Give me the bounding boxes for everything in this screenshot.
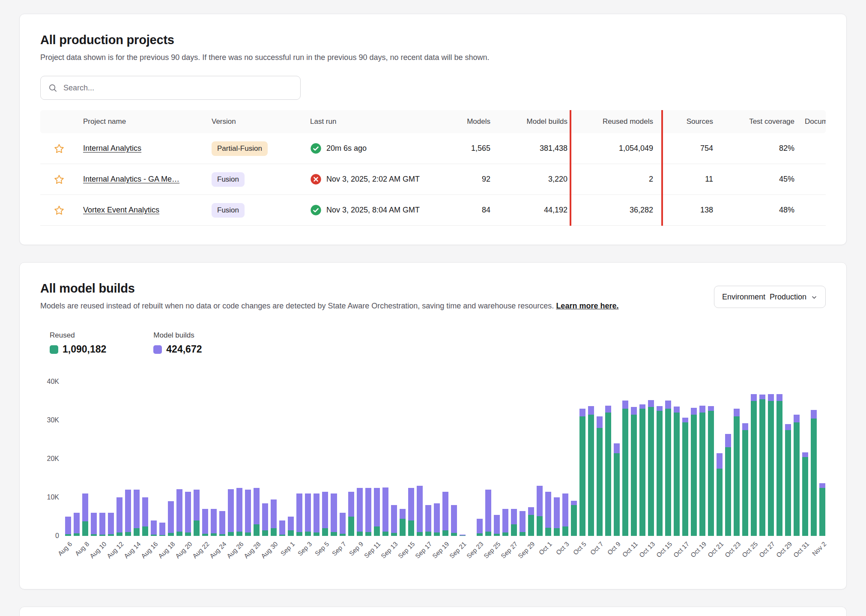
favorite-star-icon[interactable]: [54, 174, 65, 185]
bar-sep-1[interactable]: [288, 517, 294, 536]
bar-oct-6[interactable]: [588, 406, 594, 536]
bar-sep-29[interactable]: [528, 507, 534, 536]
bar-sep-28[interactable]: [520, 511, 526, 536]
bar-sep-6[interactable]: [331, 493, 337, 536]
bar-oct-25[interactable]: [751, 394, 757, 536]
bar-sep-20[interactable]: [451, 505, 457, 536]
bar-aug-22[interactable]: [202, 509, 208, 536]
bar-sep-27[interactable]: [511, 509, 517, 536]
bar-oct-11[interactable]: [631, 407, 637, 536]
bar-sep-14[interactable]: [400, 509, 406, 536]
bar-aug-31[interactable]: [279, 520, 285, 536]
last-run-cell: Nov 3, 2025, 8:04 AM GMT: [305, 204, 442, 216]
bar-sep-11[interactable]: [374, 488, 380, 536]
bar-nov-1[interactable]: [811, 410, 817, 536]
bar-aug-24[interactable]: [219, 511, 225, 536]
bar-sep-24[interactable]: [485, 490, 491, 536]
bar-sep-25[interactable]: [494, 515, 500, 536]
bar-sep-7[interactable]: [340, 513, 346, 536]
bar-sep-15[interactable]: [408, 488, 414, 536]
bar-nov-2[interactable]: [819, 483, 825, 536]
bar-aug-16[interactable]: [151, 520, 157, 536]
bar-sep-23[interactable]: [477, 519, 483, 536]
favorite-star-icon[interactable]: [54, 143, 65, 154]
environment-dropdown[interactable]: Environment Production: [714, 286, 826, 308]
bar-aug-9[interactable]: [91, 513, 97, 536]
bar-sep-4[interactable]: [314, 493, 320, 536]
bar-oct-4[interactable]: [571, 501, 577, 536]
bar-oct-24[interactable]: [742, 423, 748, 536]
bar-oct-16[interactable]: [674, 407, 680, 536]
bar-oct-12[interactable]: [639, 404, 645, 536]
bar-aug-13[interactable]: [125, 490, 131, 536]
bar-aug-11[interactable]: [108, 513, 114, 536]
bar-oct-8[interactable]: [605, 406, 611, 536]
bar-oct-21[interactable]: [717, 453, 723, 536]
bar-oct-9[interactable]: [614, 443, 620, 536]
bar-sep-12[interactable]: [382, 487, 388, 536]
bar-aug-6[interactable]: [65, 517, 71, 536]
bar-sep-19[interactable]: [442, 492, 448, 536]
bar-oct-20[interactable]: [708, 406, 714, 536]
bar-sep-17[interactable]: [425, 505, 431, 536]
bar-oct-5[interactable]: [579, 409, 585, 536]
bar-oct-17[interactable]: [682, 418, 688, 536]
project-name-link[interactable]: Vortex Event Analytics: [83, 206, 159, 214]
bar-oct-27[interactable]: [768, 394, 774, 536]
bar-oct-28[interactable]: [776, 394, 782, 536]
bar-oct-14[interactable]: [657, 406, 663, 536]
bar-aug-26[interactable]: [236, 488, 242, 536]
project-name-link[interactable]: Internal Analytics: [83, 144, 141, 153]
bar-aug-19[interactable]: [176, 489, 182, 536]
bar-sep-18[interactable]: [434, 503, 440, 536]
bar-sep-2[interactable]: [296, 493, 302, 536]
bar-sep-9[interactable]: [357, 488, 363, 536]
project-name-link[interactable]: Internal Analytics - GA Me…: [83, 175, 179, 183]
bar-sep-5[interactable]: [322, 492, 328, 536]
chart-bars: [65, 382, 826, 536]
bar-aug-27[interactable]: [245, 490, 251, 536]
bar-sep-13[interactable]: [391, 505, 397, 536]
bar-aug-23[interactable]: [211, 509, 217, 536]
favorite-star-icon[interactable]: [54, 205, 65, 216]
bar-oct-7[interactable]: [597, 416, 603, 536]
bar-sep-30[interactable]: [537, 486, 543, 536]
bar-aug-15[interactable]: [142, 497, 148, 536]
bar-oct-3[interactable]: [562, 493, 568, 536]
bar-oct-19[interactable]: [699, 406, 705, 536]
learn-more-link[interactable]: Learn more here.: [556, 302, 618, 310]
bar-aug-28[interactable]: [254, 488, 260, 536]
search-box[interactable]: [40, 76, 301, 100]
bar-aug-25[interactable]: [228, 489, 234, 536]
bar-aug-20[interactable]: [185, 492, 191, 536]
bar-oct-2[interactable]: [554, 497, 560, 536]
bar-oct-10[interactable]: [622, 401, 628, 536]
bar-oct-26[interactable]: [759, 395, 765, 536]
bar-aug-12[interactable]: [116, 497, 122, 536]
bar-oct-29[interactable]: [785, 424, 791, 536]
bar-oct-15[interactable]: [665, 401, 671, 536]
bar-sep-10[interactable]: [365, 488, 371, 536]
bar-aug-18[interactable]: [168, 501, 174, 536]
bar-oct-13[interactable]: [648, 400, 654, 536]
bar-aug-17[interactable]: [159, 523, 165, 536]
bar-oct-23[interactable]: [734, 409, 740, 536]
bar-oct-18[interactable]: [691, 408, 697, 536]
bar-aug-21[interactable]: [194, 490, 200, 536]
bar-aug-29[interactable]: [262, 503, 268, 536]
bar-oct-31[interactable]: [802, 452, 808, 536]
bar-aug-14[interactable]: [134, 490, 140, 536]
legend-item-model-builds: Model builds 424,672: [153, 331, 202, 355]
bar-oct-1[interactable]: [545, 492, 551, 536]
bar-aug-8[interactable]: [82, 493, 88, 536]
bar-oct-30[interactable]: [794, 415, 800, 536]
bar-sep-8[interactable]: [348, 492, 354, 536]
bar-aug-30[interactable]: [271, 499, 277, 536]
bar-sep-3[interactable]: [305, 493, 311, 536]
search-input[interactable]: [63, 83, 293, 93]
bar-aug-7[interactable]: [74, 513, 80, 536]
bar-sep-16[interactable]: [417, 486, 423, 536]
bar-aug-10[interactable]: [99, 513, 105, 536]
bar-sep-26[interactable]: [502, 509, 508, 536]
bar-oct-22[interactable]: [725, 434, 731, 536]
